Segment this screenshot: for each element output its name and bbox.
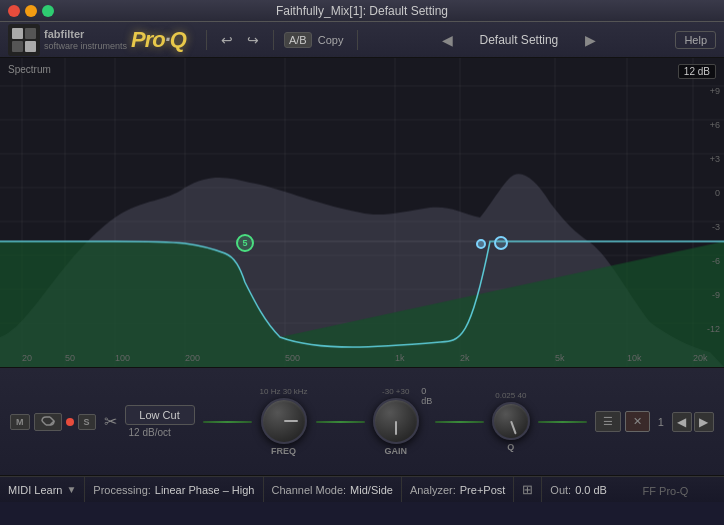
undo-button[interactable]: ↩ [217,30,237,50]
q-range-label: 0.025 40 [495,391,526,400]
eq-band-6-anchor[interactable] [476,239,486,249]
out-item: Out: 0.0 dB [542,477,615,502]
ab-copy-area: A/B Copy [284,32,347,48]
preset-prev-button[interactable]: ◀ [442,32,453,48]
freq-200: 200 [185,353,200,363]
db-label-p9: +9 [710,86,720,96]
db-center-label: 0 dB [421,386,432,406]
db-label-m12: -12 [707,324,720,334]
freq-1k: 1k [395,353,405,363]
q-label: Q [507,442,514,452]
copy-icon-item: ⊞ [514,477,542,502]
channel-mode-item: Channel Mode: Mid/Side [264,477,402,502]
divider-1 [206,30,207,50]
processing-value[interactable]: Linear Phase – High [155,484,255,496]
db-label-0: 0 [715,188,720,198]
title-bar: Faithfully_Mix[1]: Default Setting [0,0,724,22]
freq-100: 100 [115,353,130,363]
db-badge: 12 dB [678,64,716,79]
analyzer-item: Analyzer: Pre+Post [402,477,514,502]
ab-label[interactable]: A/B [284,32,312,48]
band-nav: ◀ ▶ [672,412,714,432]
freq-20: 20 [22,353,32,363]
band-controls-left: M S [10,413,96,431]
help-button[interactable]: Help [675,31,716,49]
green-line-4 [538,421,587,423]
q-knob-group: 0.025 40 Q [492,391,530,452]
db-label-m6: -6 [712,256,720,266]
eq-controls: M S ✂ Low Cut 12 dB/oct 10 Hz 30 kHz FRE… [0,368,724,476]
analyzer-value[interactable]: Pre+Post [460,484,506,496]
loop-button[interactable] [34,413,62,431]
processing-label: Processing: [93,484,150,496]
window-controls [8,5,54,17]
channel-mode-value[interactable]: Mid/Side [350,484,393,496]
freq-knob[interactable] [261,398,307,444]
freq-10k: 10k [627,353,642,363]
brand-name: fabfilter software instruments [44,28,127,52]
freq-2k: 2k [460,353,470,363]
db-label-m9: -9 [712,290,720,300]
s-button[interactable]: S [78,414,96,430]
gain-knob-group: -30 +30 GAIN [373,387,419,456]
gain-knob[interactable] [373,398,419,444]
band-number: 1 [654,416,668,428]
band-next-button[interactable]: ▶ [694,412,714,432]
midi-learn-item: MIDI Learn ▼ [8,477,85,502]
eq-band-5[interactable]: 5 [236,234,254,252]
gain-range-label: -30 +30 [382,387,409,396]
minimize-button[interactable] [25,5,37,17]
band-right-buttons: ☰ ✕ 1 ◀ ▶ [595,411,714,432]
toolbar: fabfilter software instruments Pro·Q ↩ ↪… [0,22,724,58]
green-line-2 [316,421,365,423]
preset-name: Default Setting [459,33,579,47]
divider-3 [357,30,358,50]
db-label-p3: +3 [710,154,720,164]
gain-label: GAIN [384,446,407,456]
analyzer-label: Analyzer: [410,484,456,496]
scissors-button[interactable]: ✂ [104,412,117,431]
band-prev-button[interactable]: ◀ [672,412,692,432]
spectrum-label: Spectrum [8,64,51,75]
logo-area: fabfilter software instruments Pro·Q [8,24,186,56]
footer-label: FF Pro-Q [643,485,689,497]
out-label: Out: [550,484,571,496]
maximize-button[interactable] [42,5,54,17]
preset-area: ◀ Default Setting ▶ [368,32,669,48]
green-line-3 [435,421,484,423]
freq-knob-group: 10 Hz 30 kHz FREQ [260,387,308,456]
eq-band-6[interactable] [494,236,508,250]
divider-2 [273,30,274,50]
db-label-m3: -3 [712,222,720,232]
midi-dropdown-arrow[interactable]: ▼ [66,484,76,495]
processing-item: Processing: Linear Phase – High [85,477,263,502]
freq-label: FREQ [271,446,296,456]
midi-learn-label[interactable]: MIDI Learn [8,484,62,496]
title-text: Faithfully_Mix[1]: Default Setting [276,4,448,18]
freq-50: 50 [65,353,75,363]
freq-range-label: 10 Hz 30 kHz [260,387,308,396]
freq-5k: 5k [555,353,565,363]
db-label-p6: +6 [710,120,720,130]
q-knob[interactable] [492,402,530,440]
close-button[interactable] [8,5,20,17]
power-indicator [66,418,74,426]
channel-mode-label: Channel Mode: [272,484,347,496]
eq-display: Spectrum 12 dB +9 +6 +3 0 -3 -6 -9 -12 2… [0,58,724,368]
pro-q-logo: Pro·Q [131,27,186,53]
redo-button[interactable]: ↪ [243,30,263,50]
freq-20k: 20k [693,353,708,363]
band-delete-button[interactable]: ✕ [625,411,650,432]
freq-500: 500 [285,353,300,363]
footer-brand: FF Pro-Q [615,481,716,499]
eq-canvas[interactable] [0,58,724,367]
preset-next-button[interactable]: ▶ [585,32,596,48]
slope-label: 12 dB/oct [129,427,171,438]
m-button[interactable]: M [10,414,30,430]
copy-button[interactable]: Copy [314,33,348,47]
copy-icon[interactable]: ⊞ [522,482,533,497]
filter-type-selector[interactable]: Low Cut [125,405,195,425]
band-menu-button[interactable]: ☰ [595,411,621,432]
out-value: 0.0 dB [575,484,607,496]
green-line-1 [203,421,252,423]
